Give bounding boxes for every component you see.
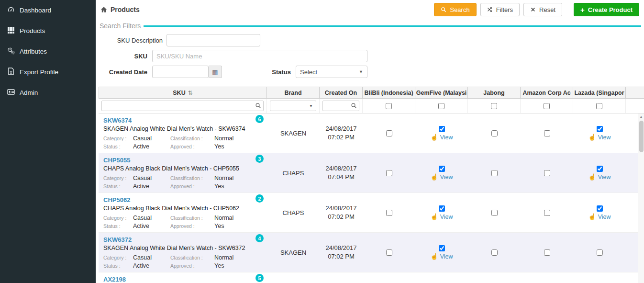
channel-checkbox[interactable] <box>491 210 498 216</box>
jabong-column-filter-checkbox[interactable] <box>491 103 497 109</box>
lazada-singapore-column-filter-checkbox[interactable] <box>596 103 602 109</box>
sku-column-filter-input[interactable] <box>101 101 264 111</box>
channel-checkbox[interactable] <box>597 249 603 256</box>
classification-label: Classification : <box>170 215 214 221</box>
channel-checkbox[interactable] <box>597 205 603 212</box>
category-label: Category : <box>103 215 133 221</box>
hand-pointer-icon: ☝ <box>588 174 596 180</box>
status-label: Status : <box>103 144 133 149</box>
brand-cell: SKAGEN <box>267 113 320 153</box>
vertical-scrollbar[interactable]: ▲ <box>638 113 644 283</box>
table-row: SKW63746SKAGEN Analog White Dial Men's W… <box>99 113 644 153</box>
channel-checkbox[interactable] <box>439 245 445 251</box>
status-select[interactable]: Select ▼ <box>296 66 367 78</box>
sidebar: DashboardProductsAttributesExport Profil… <box>0 0 96 283</box>
calendar-icon-button[interactable]: ▦ <box>209 66 222 78</box>
channel-checkbox[interactable] <box>439 166 445 172</box>
view-link[interactable]: ☝View <box>430 174 453 181</box>
created-on-cell: 24/08/201707:02 PM <box>320 193 363 232</box>
view-link[interactable]: ☝View <box>430 214 453 220</box>
channel-checkbox[interactable] <box>386 249 392 256</box>
chevron-down-icon: ▼ <box>359 69 363 74</box>
sku-description-input[interactable] <box>167 34 260 46</box>
sku-link[interactable]: SKW6374 <box>103 117 132 124</box>
products-table: SKU ⇅BrandCreated OnBliBli (Indonesia)Ge… <box>99 87 644 283</box>
create-product-button[interactable]: + Create Product <box>574 3 639 16</box>
status-value: Active <box>133 262 170 269</box>
channel-checkbox[interactable] <box>386 170 392 176</box>
channel-checkbox[interactable] <box>491 130 498 136</box>
channel-checkbox[interactable] <box>491 249 498 256</box>
sku-link[interactable]: AX2198 <box>103 276 126 283</box>
filter-cell-jabong <box>468 99 521 113</box>
column-header-lazada-2: Lazad <box>626 87 644 98</box>
table-row: CHP50553CHAPS Analog Black Dial Men's Wa… <box>99 153 644 193</box>
product-description: SKAGEN Analog White Dial Men's Watch - S… <box>103 125 255 133</box>
filter-cell-blibli-indonesia <box>363 99 415 113</box>
channel-checkbox[interactable] <box>544 210 550 216</box>
channel-checkbox[interactable] <box>491 170 498 176</box>
channel-cell-lazada-singapore: ☝View <box>573 153 626 192</box>
sku-link[interactable]: CHP5062 <box>103 196 130 204</box>
product-description: SKAGEN Analog White Dial Men's Watch - S… <box>103 245 255 252</box>
admin-card-icon <box>7 88 15 97</box>
amazon-corp-column-filter-checkbox[interactable] <box>544 103 550 109</box>
view-link[interactable]: ☝View <box>588 174 611 181</box>
brand-cell: CHAPS <box>267 193 320 232</box>
sidebar-item-dashboard[interactable]: Dashboard <box>0 0 96 21</box>
channel-checkbox[interactable] <box>386 210 392 216</box>
view-link[interactable]: ☝View <box>430 253 453 260</box>
gemfive-malaysia-column-filter-checkbox[interactable] <box>438 103 444 109</box>
approved-value: Yes <box>214 143 255 150</box>
status-label: Status : <box>103 183 133 189</box>
table-header-row: SKU ⇅BrandCreated OnBliBli (Indonesia)Ge… <box>99 87 644 99</box>
view-link[interactable]: ☝View <box>588 134 611 141</box>
sidebar-item-admin[interactable]: Admin <box>0 82 96 103</box>
brand-column-filter-select[interactable]: ▼ <box>270 101 316 111</box>
channel-cell-lazada-singapore <box>573 233 626 272</box>
column-header-sku[interactable]: SKU ⇅ <box>99 87 267 98</box>
channel-checkbox[interactable] <box>597 166 603 172</box>
approved-value: Yes <box>214 183 255 190</box>
channel-cell-amazon-corp <box>521 193 573 232</box>
channel-checkbox[interactable] <box>597 126 603 132</box>
column-header-amazon-corp: Amazon Corp Ac <box>521 87 573 98</box>
channel-checkbox[interactable] <box>544 130 550 136</box>
view-link[interactable]: ☝View <box>430 134 453 141</box>
created-date-input[interactable] <box>152 66 209 78</box>
scroll-up-arrow[interactable]: ▲ <box>638 113 644 120</box>
filter-cell-amazon-corp <box>521 99 573 113</box>
approved-value: Yes <box>214 262 255 269</box>
sort-icon[interactable]: ⇅ <box>188 90 193 96</box>
channel-checkbox[interactable] <box>386 130 392 136</box>
status-value: Active <box>133 143 170 150</box>
sidebar-item-export-profile[interactable]: Export Profile <box>0 62 96 82</box>
table-row: CHP50622CHAPS Analog Black Dial Men's Wa… <box>99 193 644 233</box>
status-value: Active <box>133 183 170 190</box>
sidebar-item-attributes[interactable]: Attributes <box>0 41 96 62</box>
channel-cell-jabong <box>468 113 521 153</box>
filters-button[interactable]: Filters <box>480 3 520 16</box>
filter-cell-gemfive-malaysia <box>415 99 468 113</box>
column-header-brand: Brand <box>267 87 320 98</box>
scrollbar-thumb[interactable] <box>639 121 644 152</box>
sku-link[interactable]: CHP5055 <box>103 157 130 164</box>
sku-link[interactable]: SKW6372 <box>103 236 132 243</box>
reset-button[interactable]: Reset <box>523 3 562 16</box>
sidebar-item-products[interactable]: Products <box>0 21 96 41</box>
view-link[interactable]: ☝View <box>588 214 611 220</box>
sidebar-item-label: Products <box>20 27 45 34</box>
channel-checkbox[interactable] <box>439 205 445 212</box>
sku-input[interactable] <box>152 50 367 62</box>
created-on-cell: 24/08/201707:02 PM <box>320 233 363 272</box>
column-header-lazada-singapore: Lazada (Singapor <box>573 87 626 98</box>
channel-checkbox[interactable] <box>544 249 550 256</box>
channel-checkbox[interactable] <box>544 170 550 176</box>
blibli-indonesia-column-filter-checkbox[interactable] <box>386 103 392 109</box>
hand-pointer-icon: ☝ <box>588 214 596 220</box>
breadcrumb: Products <box>100 6 140 13</box>
channel-checkbox[interactable] <box>439 126 445 132</box>
search-button[interactable]: Search <box>434 3 476 16</box>
brand-cell: CHAPS <box>267 153 320 192</box>
sku-cell: CHP50622CHAPS Analog Black Dial Men's Wa… <box>99 193 267 232</box>
